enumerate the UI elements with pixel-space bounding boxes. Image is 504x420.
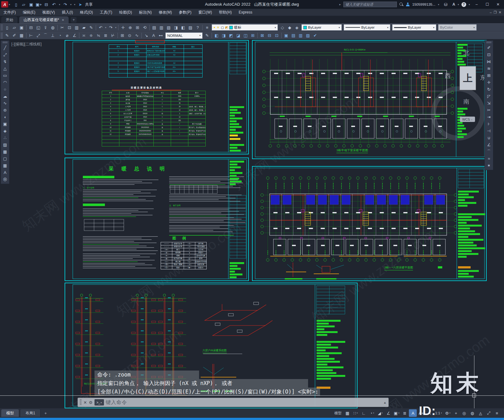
trim-icon[interactable]: ✂ [485,107,493,113]
tab-document[interactable]: 山西某住宅楼采暖图*✕ [19,16,69,23]
save-as-icon[interactable]: ▣+ [35,1,42,8]
dim-angular-icon[interactable]: ∠ [71,32,78,39]
array-icon[interactable]: ⊞ [485,72,493,79]
command-customize-wrench-icon[interactable]: ⚙ [89,400,93,405]
dim-baseline-icon[interactable]: ≑ [88,32,95,39]
object-snap-icon[interactable]: ▣ [392,409,400,417]
sep[interactable] [118,25,118,30]
sync-attributes-icon[interactable]: ◪ [235,32,242,39]
wcs-badge[interactable]: WCS⌄ [460,117,475,122]
share-label[interactable]: 共享 [85,2,93,7]
multileader-icon[interactable]: ↘ [143,32,150,39]
block-attribute-icon[interactable]: ◩ [227,32,235,39]
layer-isolate-icon[interactable]: ▧ [165,24,172,31]
ellipse-icon[interactable]: ⊜ [2,107,9,113]
chamfer-icon[interactable]: ∠ [485,141,493,148]
layout-tab-add-button[interactable]: + [43,410,49,416]
save-icon[interactable]: ▣ [28,1,35,8]
etransmit-icon[interactable]: ◍ [49,24,56,31]
break-at-point-icon[interactable]: ⊦ [485,121,493,127]
blend-curves-icon[interactable]: ≈ [485,155,493,162]
undo-icon[interactable]: ↶ [97,24,104,31]
group-edit-icon[interactable]: ⊡ [273,32,280,39]
annotation-visibility-icon[interactable]: A [409,409,417,417]
mirror-icon[interactable]: ⋈ [485,58,493,65]
viewport-label[interactable]: [-][俯视][二维线框] [11,42,42,47]
cut-icon[interactable]: ✂ [59,24,66,31]
copy-clip-icon[interactable]: ⊡ [66,24,73,31]
close-button[interactable]: ✕ [494,2,502,7]
open-file-icon[interactable]: ▱ [20,1,27,8]
palette-grip[interactable] [486,42,491,43]
lineweight-combo[interactable]: ByLayer▾ [392,24,436,31]
ungroup-icon[interactable]: ⊟ [266,32,273,39]
user-avatar-icon[interactable] [406,3,410,7]
dim-jogged-icon[interactable]: ∿ [133,32,140,39]
publish-icon[interactable]: ⇪ [42,24,49,31]
autodesk-a-icon[interactable]: A [452,2,455,7]
rotate-icon[interactable]: ↻ [485,86,493,93]
plot-preview-icon[interactable]: ◱ [35,24,42,31]
scale-icon[interactable]: ◸ [485,93,493,100]
match-properties-icon[interactable]: ▰ [80,24,88,31]
object-snap-tracking-icon[interactable]: ∠ [384,409,392,417]
circle-icon[interactable]: ○ [2,86,9,93]
point-icon[interactable]: ∴ [2,135,9,141]
undo-caret-icon[interactable]: ▾ [104,24,107,31]
sep[interactable] [96,25,96,30]
command-close-icon[interactable]: ✕ [83,400,87,405]
app-menu-caret-icon[interactable]: ▾ [9,3,10,6]
arc-icon[interactable]: ◠ [2,79,9,86]
tab-start[interactable]: 开始 [1,16,18,23]
sep[interactable] [141,33,142,38]
mtext-icon[interactable]: A [2,169,9,176]
divide-icon[interactable]: ▤ [290,32,297,39]
qat-customize-icon[interactable]: ▾ [73,1,76,8]
sep[interactable] [57,25,58,30]
layer-lock-icon[interactable]: ◧ [180,24,187,31]
menu-item[interactable]: 绘图(D) [116,9,135,16]
sep[interactable] [257,33,258,38]
dim-ordinate-icon[interactable]: ⊥ [49,32,56,39]
drawing-canvas[interactable]: [-][俯视][二维线框] 知末网 www.znzmo.com 知末网 www.… [0,39,504,408]
fillet-icon[interactable]: ⌒ [485,148,493,155]
plot-icon[interactable]: ⊟ [27,24,35,31]
command-scroll-up-icon[interactable]: ▲ [383,401,387,404]
move-icon[interactable]: ✛ [485,79,493,86]
tolerance-icon[interactable]: ⊞ [119,32,126,39]
dim-continue-icon[interactable]: ≒ [95,32,102,39]
redo-icon[interactable]: ↷ [107,24,114,31]
open-icon[interactable]: ▱ [11,24,18,31]
dim-diameter-icon[interactable]: ⌀ [64,32,71,39]
user-id[interactable]: 1505999135... [412,3,436,6]
search-input[interactable]: 键入关键字或短语 [343,2,397,7]
menu-item[interactable]: 编辑(E) [19,9,39,16]
layer-combo-caret-icon[interactable]: ▾ [275,26,276,29]
join-icon[interactable]: ∪ [485,135,493,141]
spline-icon[interactable]: ∿ [2,100,9,106]
pan-icon[interactable]: ✛ [119,24,127,31]
ortho-mode-icon[interactable]: ∟ [360,409,368,417]
autocad-logo-icon[interactable]: A [1,1,8,8]
collapse-chevron-icon[interactable]: ▸ [339,3,341,6]
insert-block-icon[interactable]: ◨ [220,32,227,39]
save-icon[interactable]: ▣ [18,24,25,31]
create-block-icon[interactable]: ◈ [2,128,9,134]
menu-item[interactable]: 视图(V) [39,9,58,16]
menu-item[interactable]: 窗口(W) [195,9,215,16]
redo-caret-icon[interactable]: ▾ [114,24,117,31]
menu-item[interactable]: 帮助(H) [215,9,235,16]
dim-radius-icon[interactable]: ◔ [56,32,64,39]
menu-item[interactable]: 插入(I) [58,9,76,16]
menu-item[interactable]: 修改(M) [155,9,175,16]
new-icon[interactable]: ▯ [3,24,11,31]
sep[interactable] [79,33,79,38]
erase-icon[interactable]: ✐ [485,44,493,51]
dim-linear-icon[interactable]: ⊢ [27,32,35,39]
new-file-icon[interactable]: ▯ [13,1,20,8]
plot-icon[interactable]: ⊟ [43,1,50,8]
dim-space-icon[interactable]: ≣ [102,32,109,39]
stretch-icon[interactable]: ⇲ [485,100,493,106]
sep[interactable] [281,33,282,38]
layers-panel-icon[interactable]: ≡ [203,24,211,31]
